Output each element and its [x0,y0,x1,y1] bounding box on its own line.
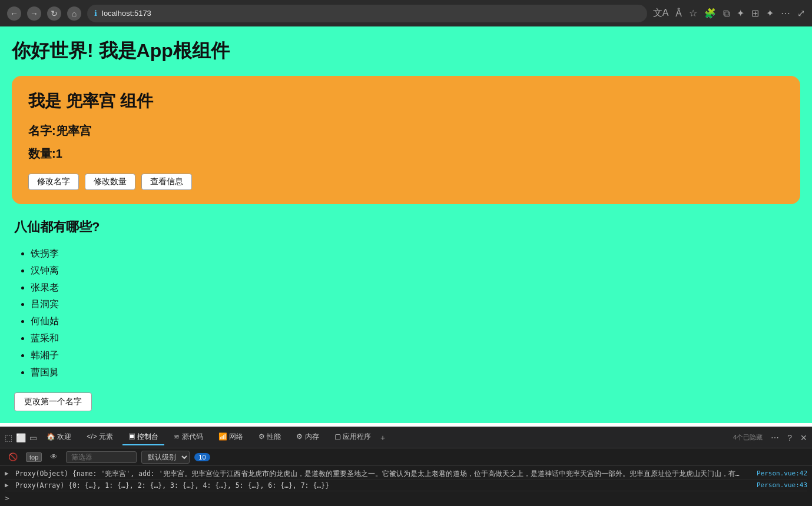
url-text: localhost:5173 [102,9,151,18]
tab-console[interactable]: ▣ 控制台 [122,430,164,445]
devtools-menu-button[interactable]: ▭ [29,433,37,442]
hidden-count: 4个已隐藏 [733,433,763,442]
tab-sources[interactable]: ≋ 源代码 [168,430,208,445]
tab-network-label: 网络 [229,432,243,441]
person-component: 我是 兜率宫 组件 名字:兜率宫 数量:1 修改名字 修改数量 查看信息 [12,76,800,204]
devtools-inspect-button[interactable]: ⬚ [5,433,12,442]
tab-application-label: 应用程序 [343,432,371,441]
console-text: Proxy(Object) {name: '兜率宫', add: '兜率宫。兜率… [15,470,745,478]
change-first-name-button[interactable]: 更改第一个名字 [14,392,92,411]
devtools-toolbar: ⬚ ⬜ ▭ 🏠 欢迎 </> 元素 ▣ 控制台 ≋ 源代码 📶 网络 ⚙ 性能 … [0,427,812,448]
sources-icon: ≋ [174,432,180,441]
console-line[interactable]: ▶Proxy(Array) {0: {…}, 1: {…}, 2: {…}, 3… [5,480,807,491]
immortals-section: 八仙都有哪些? 铁拐李汉钟离张果老吕洞宾何仙姑蓝采和韩湘子曹国舅 更改第一个名字 [12,218,800,411]
console-content: ▶Proxy(Object) {name: '兜率宫', add: '兜率宫。兜… [0,466,812,506]
performance-icon: ⚙ [258,432,265,441]
person-buttons: 修改名字 修改数量 查看信息 [28,174,784,190]
tab-application[interactable]: ▢ 应用程序 [329,430,377,445]
network-icon: 📶 [218,432,227,441]
back-button[interactable]: ← [7,6,21,21]
home-button[interactable]: ⌂ [67,6,81,21]
console-arrow-icon[interactable]: ▶ [5,481,12,489]
devtools-more-button[interactable]: ⋯ [771,433,779,442]
console-icon: ▣ [128,432,135,441]
extension-icon[interactable]: 🧩 [704,8,716,19]
forward-button[interactable]: → [27,6,41,21]
expand-icon[interactable]: ⤢ [797,8,805,19]
list-item: 吕洞宾 [31,296,798,313]
top-badge[interactable]: top [26,452,42,462]
elements-icon: </> [87,432,97,441]
translate-icon[interactable]: 文A [653,7,669,19]
main-area: 你好世界! 我是App根组件 我是 兜率宫 组件 名字:兜率宫 数量:1 修改名… [0,26,812,427]
favorites-icon[interactable]: ✦ [737,8,744,19]
devtools-help-button[interactable]: ? [787,433,792,442]
message-count-badge: 10 [194,453,210,461]
font-icon[interactable]: Â [675,8,682,19]
person-count-label: 数量:1 [28,146,784,162]
console-level-select[interactable]: 默认级别 [141,451,190,464]
tab-elements-label: 元素 [99,432,113,441]
list-item: 蓝采和 [31,330,798,347]
console-toolbar: 🚫 top 👁 默认级别 10 [0,448,812,466]
console-source-link[interactable]: Person.vue:43 [748,481,807,489]
console-text: Proxy(Array) {0: {…}, 1: {…}, 2: {…}, 3:… [15,481,745,490]
info-icon: ℹ [94,9,97,18]
tab-network[interactable]: 📶 网络 [213,430,249,445]
console-arrow-icon[interactable]: ▶ [5,470,12,477]
tab-memory-label: 内存 [305,432,319,441]
person-name-label: 名字:兜率宫 [28,123,784,139]
console-source-link[interactable]: Person.vue:42 [748,470,807,477]
address-bar[interactable]: ℹ localhost:5173 [87,5,647,22]
console-prompt-line: > [5,491,807,505]
tab-sources-label: 源代码 [182,432,203,441]
application-icon: ▢ [334,432,341,441]
console-eye-button[interactable]: 👁 [47,451,61,462]
sidebar-icon[interactable]: ⧉ [723,8,730,19]
list-item: 曹国舅 [31,364,798,381]
tab-performance-label: 性能 [267,432,281,441]
tab-welcome-label: 欢迎 [57,432,71,441]
add-tab-button[interactable]: + [380,433,385,442]
immortals-title: 八仙都有哪些? [14,218,798,236]
list-item: 何仙姑 [31,313,798,330]
copilot-icon[interactable]: ✦ [766,8,774,19]
console-prompt: > [5,494,9,502]
page-title: 你好世界! 我是App根组件 [12,38,800,64]
immortals-list: 铁拐李汉钟离张果老吕洞宾何仙姑蓝采和韩湘子曹国舅 [14,245,798,381]
reload-button[interactable]: ↻ [47,6,61,21]
console-filter-input[interactable] [66,451,137,463]
collections-icon[interactable]: ⊞ [751,8,759,19]
devtools-panel: ⬚ ⬜ ▭ 🏠 欢迎 </> 元素 ▣ 控制台 ≋ 源代码 📶 网络 ⚙ 性能 … [0,427,812,506]
view-info-button[interactable]: 查看信息 [141,174,192,190]
tab-performance[interactable]: ⚙ 性能 [253,430,287,445]
page-content: 你好世界! 我是App根组件 我是 兜率宫 组件 名字:兜率宫 数量:1 修改名… [0,26,812,423]
devtools-close-button[interactable]: ✕ [800,433,807,442]
console-line[interactable]: ▶Proxy(Object) {name: '兜率宫', add: '兜率宫。兜… [5,468,807,480]
star-icon[interactable]: ☆ [689,8,697,19]
tab-elements[interactable]: </> 元素 [81,430,119,445]
devtools-device-button[interactable]: ⬜ [16,433,26,442]
console-clear-button[interactable]: 🚫 [5,451,21,462]
toolbar-icons: 文A Â ☆ 🧩 ⧉ ✦ ⊞ ✦ ⋯ ⤢ [653,7,805,19]
browser-chrome: ← → ↻ ⌂ ℹ localhost:5173 文A Â ☆ 🧩 ⧉ ✦ ⊞… [0,0,812,26]
tab-welcome[interactable]: 🏠 欢迎 [41,430,77,445]
more-icon[interactable]: ⋯ [781,8,790,19]
list-item: 汉钟离 [31,262,798,279]
home-icon: 🏠 [47,432,55,441]
tab-console-label: 控制台 [137,432,158,441]
memory-icon: ⚙ [296,432,303,441]
list-item: 铁拐李 [31,245,798,262]
tab-memory[interactable]: ⚙ 内存 [290,430,324,445]
modify-name-button[interactable]: 修改名字 [28,174,79,190]
person-component-heading: 我是 兜率宫 组件 [28,90,784,112]
devtools-right-icons: 4个已隐藏 ⋯ ? ✕ [733,433,807,442]
list-item: 韩湘子 [31,347,798,364]
modify-count-button[interactable]: 修改数量 [85,174,135,190]
list-item: 张果老 [31,279,798,297]
